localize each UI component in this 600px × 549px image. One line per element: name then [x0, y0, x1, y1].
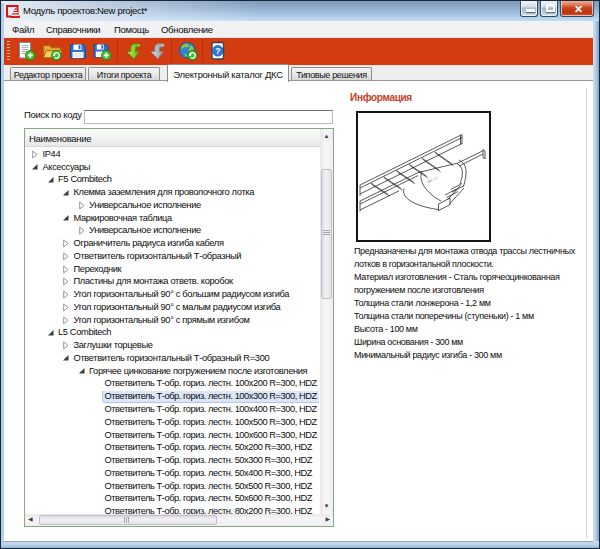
- svg-text:?: ?: [215, 46, 220, 56]
- svg-text:ДКС 1.1: ДКС 1.1: [427, 175, 439, 184]
